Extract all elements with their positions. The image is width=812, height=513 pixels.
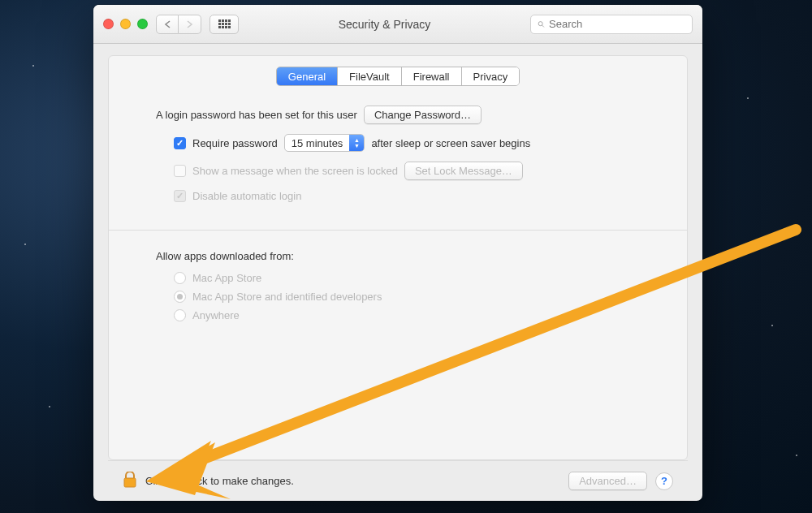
tab-filevault[interactable]: FileVault (338, 67, 402, 85)
window-title: Security & Privacy (247, 18, 522, 31)
radio-mac-app-store (174, 272, 186, 284)
tab-general[interactable]: General (277, 67, 338, 85)
allow-apps-heading: Allow apps downloaded from: (156, 250, 294, 262)
show-message-checkbox (174, 165, 186, 177)
password-set-label: A login password has been set for this u… (156, 109, 357, 121)
change-password-button[interactable]: Change Password… (364, 106, 482, 124)
radio-identified-developers (174, 291, 186, 303)
advanced-button: Advanced… (568, 472, 647, 490)
search-icon (538, 19, 545, 29)
tab-strip: General FileVault Firewall Privacy (276, 67, 520, 86)
svg-rect-2 (124, 478, 136, 487)
preferences-window: Security & Privacy General FileVault Fir… (93, 5, 702, 501)
require-password-label-post: after sleep or screen saver begins (371, 137, 530, 149)
radio-anywhere (174, 309, 186, 321)
search-field[interactable] (530, 15, 693, 34)
radio-label-anywhere: Anywhere (192, 309, 240, 321)
show-message-label: Show a message when the screen is locked (192, 165, 398, 177)
titlebar: Security & Privacy (93, 5, 702, 44)
lock-icon[interactable] (123, 472, 137, 490)
disable-auto-login-checkbox (174, 190, 186, 202)
show-all-button[interactable] (209, 15, 239, 34)
radio-label-mac-app-store: Mac App Store (192, 272, 261, 284)
footer: Click the lock to make changes. Advanced… (108, 460, 688, 501)
minimize-window-button[interactable] (120, 19, 131, 29)
require-password-delay-select[interactable]: 15 minutes ▲▼ (284, 134, 365, 152)
radio-label-identified-developers: Mac App Store and identified developers (192, 291, 382, 303)
close-window-button[interactable] (103, 19, 114, 29)
help-button[interactable]: ? (655, 472, 673, 490)
forward-button[interactable] (179, 15, 201, 34)
svg-point-0 (538, 21, 542, 25)
select-stepper-icon: ▲▼ (349, 135, 364, 151)
tab-privacy[interactable]: Privacy (462, 67, 520, 85)
tab-firewall[interactable]: Firewall (402, 67, 462, 85)
set-lock-message-button: Set Lock Message… (404, 162, 523, 180)
require-password-delay-value: 15 minutes (285, 137, 350, 149)
grid-icon (218, 19, 231, 28)
require-password-checkbox[interactable] (174, 137, 186, 149)
disable-auto-login-label: Disable automatic login (192, 190, 301, 202)
window-controls (103, 19, 148, 29)
search-input[interactable] (549, 18, 685, 30)
zoom-window-button[interactable] (137, 19, 148, 29)
lock-hint-text: Click the lock to make changes. (145, 475, 560, 487)
require-password-label-pre: Require password (192, 137, 278, 149)
nav-buttons (156, 15, 201, 34)
svg-line-1 (542, 25, 544, 27)
back-button[interactable] (156, 15, 179, 34)
